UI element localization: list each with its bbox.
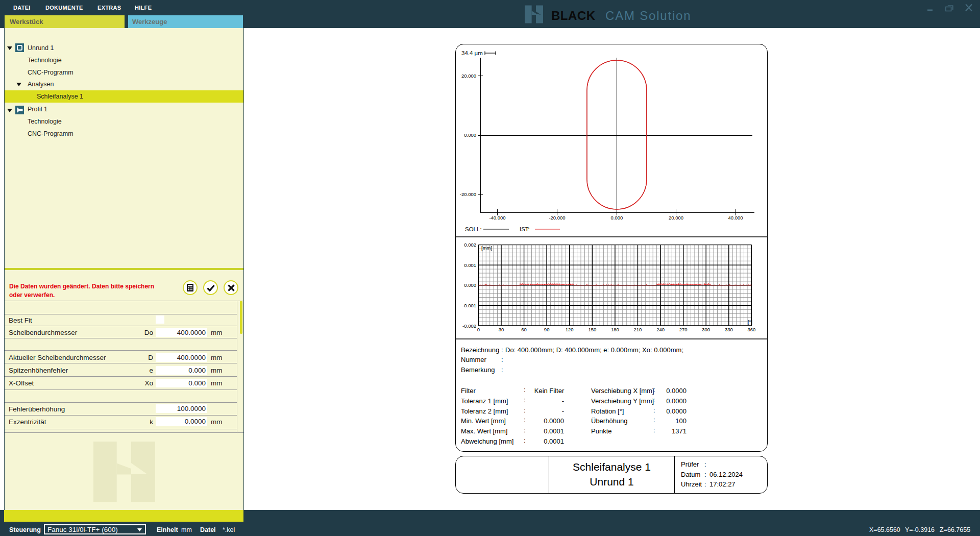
- svg-text:240: 240: [656, 327, 665, 332]
- svg-text:-20.000: -20.000: [549, 215, 565, 221]
- svg-text:360: 360: [747, 327, 755, 332]
- svg-text:0.002: 0.002: [464, 242, 476, 248]
- svg-text:-0.001: -0.001: [462, 303, 476, 308]
- svg-text:0.000: 0.000: [611, 215, 623, 221]
- svg-text:20.000: 20.000: [669, 215, 683, 221]
- svg-text:330: 330: [725, 327, 733, 332]
- svg-text:0: 0: [477, 327, 480, 332]
- svg-text:40.000: 40.000: [728, 215, 743, 221]
- svg-text:-0.002: -0.002: [462, 323, 476, 329]
- svg-text:SOLL:: SOLL:: [465, 226, 482, 232]
- svg-text:150: 150: [588, 327, 596, 332]
- svg-text:0.001: 0.001: [464, 262, 476, 268]
- svg-text:270: 270: [679, 327, 688, 332]
- svg-text:20.000: 20.000: [461, 73, 476, 79]
- svg-text:90: 90: [544, 327, 550, 332]
- svg-text:0.000: 0.000: [464, 132, 476, 138]
- svg-text:60: 60: [521, 327, 527, 332]
- svg-text:[mm]: [mm]: [481, 245, 492, 251]
- svg-text:IST:: IST:: [520, 226, 530, 232]
- svg-text:-20.000: -20.000: [460, 191, 476, 197]
- svg-text:180: 180: [611, 327, 619, 332]
- svg-text:300: 300: [702, 327, 710, 332]
- svg-text:0.000: 0.000: [464, 282, 476, 288]
- svg-text:30: 30: [499, 327, 504, 332]
- svg-text:-40.000: -40.000: [489, 215, 505, 221]
- svg-text:34.4 µm: 34.4 µm: [461, 50, 483, 56]
- svg-text:[°]: [°]: [748, 319, 752, 325]
- svg-text:210: 210: [634, 327, 642, 332]
- svg-text:120: 120: [566, 327, 574, 332]
